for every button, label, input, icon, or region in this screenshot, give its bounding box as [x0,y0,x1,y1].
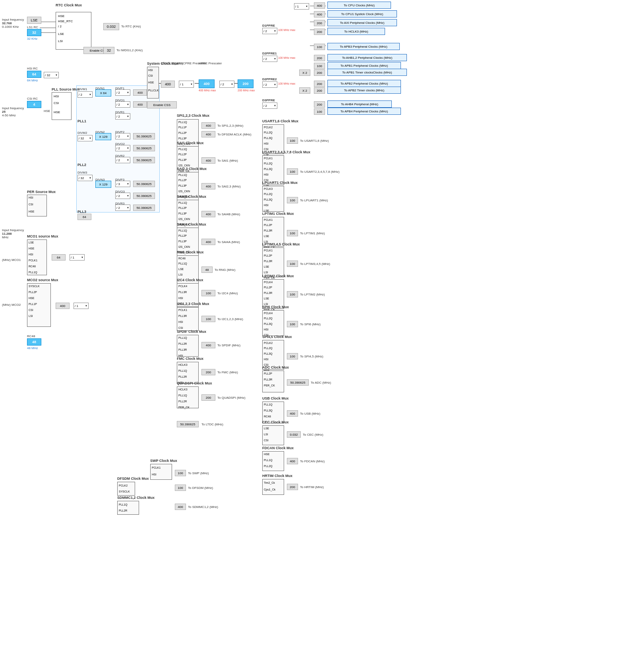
divr2-dropdown[interactable]: / 2 [115,157,130,163]
spdif-val: 400 [201,342,215,348]
quadspi-mux-label: QUADSPI Clock Mux [177,381,212,385]
mco1-hse: HSE [29,247,34,250]
divm1-dropdown[interactable]: / 2 [77,91,93,98]
quadspi-mux-box: HCLK3 PLL1Q PLL2R PER_CK [177,386,199,408]
input-freq-label-1: Input frequency [2,18,24,21]
to-sai23-label: To SAI2,3 (MHz) [217,185,241,188]
pll-src-hse: HSE [54,110,60,114]
divm3-label: DIVM3 [77,171,87,174]
adc-mux-box: PLL2P PLL3R PER_CK [262,371,284,392]
adc-val: 50.390625 [287,379,309,386]
rtc-lsi-label: LSI [58,39,63,43]
to-cpu1-box: To CPU1 Systick Clock (MHz) [327,10,397,17]
hsi-rc-unit: 64 MHz [27,79,38,82]
to-fdcan-label: To FDCAN (MHz) [300,460,325,463]
hrtim-mux-box: Tim2_Ck Cpu1_Ck [262,479,284,495]
mco2-sysclk: SYSCLK [29,285,40,288]
pll3-r-val: 50.390625 [133,205,155,211]
mco1-pclk1: PCLK1 [29,259,37,262]
divm3-dropdown[interactable]: / 32 [77,175,93,181]
mco2-pll2p: PLL2P [29,291,37,294]
d1cpre-dropdown[interactable]: / 1 [179,81,194,88]
divp3-dropdown[interactable]: / 3 [115,181,130,187]
lpuart1-val: 100 [287,197,298,203]
divn1-label: DIVN1 [95,87,105,90]
mco2-label: MCO2 source Mux [27,278,58,282]
spi123-pll2p: PLL2P [178,131,187,134]
input-range-2: 4-50 MHz [2,114,16,117]
sai1-mux-box: PLL1Q PLL2P PLL3P I2S_CKN PER_CK [177,146,199,176]
to-usart16-label: To USART1,6 (MHz) [300,139,329,143]
rng-val: 48 [201,266,213,273]
d3ppre-dropdown[interactable]: / 2 [262,102,277,109]
fdcan-mux-label: FDCAN Clock Mux [262,446,294,450]
divr1-dropdown[interactable]: / 2 [115,113,130,120]
lptim2-val: 100 [287,291,298,297]
input-freq-val-3: 11.288 [2,232,12,236]
fmc-mux-box: HCLK3 PLL1Q PLL2R HSI [177,362,199,384]
mco1-pll1q: PLL1Q [29,271,37,274]
sai4a-mux-label: SAI4A Clock Mux [177,222,206,226]
mco1-mux-box: LSE HSE HSI PCLK1 RC48 PLL1Q [27,239,47,275]
sysclk-hsi: HSI [148,69,153,71]
iwdg-val-box: 32 [103,47,114,54]
pll2-label: PLL2 [77,163,86,167]
d2ppre2-label: D2PPRE2 [262,77,277,81]
sysclk-pllclk: PLLCLK [148,89,159,92]
clock-diagram: Input frequency 32.768 0-1000 KHz LSE LS… [0,0,629,672]
enable-css-main[interactable]: Enable CSS [147,101,177,108]
to-usb-label: To USB (MHz) [300,412,320,415]
rtc-hse-label: HSE [58,14,64,18]
spdif-mux-label: SPDIF Clock Mux [177,330,206,334]
rtc-hsertc-label: HSE_RTC [58,19,73,23]
d2ppre1-dropdown[interactable]: / 2 [262,56,277,62]
sdmmc-val: 400 [175,504,186,510]
pll2-p-val: 50.390625 [133,133,155,139]
divr3-dropdown[interactable]: / 2 [115,205,130,211]
fmc-val: 200 [201,369,215,375]
rtc-val-box: 0.032 [103,23,119,30]
usart16-val: 100 [287,137,298,144]
hpre-div2-dropdown[interactable]: / 2 [219,81,234,88]
to-dfsdm-label: To DFSDM ACLK (MHz) [217,133,252,136]
cec-mux-label: CEC Clock Mux [262,420,289,424]
divq1-dropdown[interactable]: / 2 [115,101,130,108]
lpuart1-mux-box: PCLK3 PLL2Q PLL3Q HSI LSE [262,186,284,212]
sai4a-val: 400 [201,239,215,245]
d2ppre2-dropdown[interactable]: / 2 [262,81,277,88]
to-spi6-label: To SPI6 (MHz) [300,322,321,326]
cec-val: 0.032 [287,431,301,438]
fdcan-mux-box: HSE PLL1Q PLL2Q [262,451,284,471]
divp2-dropdown[interactable]: / 2 [115,133,130,139]
spi123-val2: 400 [201,131,215,137]
d1ppre-label: D1PPRE [262,24,275,27]
adc-mux-label: ADC Clock Mux [262,365,289,369]
hsi-div1-dropdown[interactable]: / 32 [44,72,59,78]
ahb12-out-val: 200 [314,55,325,61]
spdif-mux-box: PLL1Q PLL2R PLL3R HSI [177,335,199,357]
mco1-div1-dropdown[interactable]: / 1 [70,254,85,261]
pll3-label: PLL3 [77,210,86,214]
apb1t-out-val: 200 [314,70,325,76]
x2-box-2: X 2 [299,87,310,94]
to-spdif-label: To SPDIF (MHz) [217,344,240,347]
d1ppre-dropdown[interactable]: / 2 [262,28,277,34]
divn2-box: X 129 [95,133,111,140]
divq3-dropdown[interactable]: / 2 [115,193,130,199]
pll1-p-val: 400 [133,89,147,96]
mco2-csi: CSI [29,309,33,311]
divq2-dropdown[interactable]: / 2 [115,145,130,151]
hrtim-mux-label: HRTIM Clock Mux [262,474,292,478]
pll-source-mux-label: PLL Source Mux [52,87,79,91]
sdmmc-mux-label: SDMMC1,2 Clock Mux [117,496,155,500]
rtc-lse-label: LSE [58,32,64,36]
sys-clk-mux-box: HSI CSI HSE PLLCLK [147,67,159,98]
mco1-lse: LSE [29,241,34,244]
cpu-div1-dropdown[interactable]: / 1 [294,3,309,10]
divm2-dropdown[interactable]: / 32 [77,135,93,141]
swp-val: 100 [175,470,186,476]
mco2-div1-dropdown[interactable]: / 1 [74,303,89,309]
divm1-label: DIVM1 [77,87,87,91]
divp1-dropdown[interactable]: / 2 [115,89,130,96]
hse-label-left: HSE [44,109,50,113]
